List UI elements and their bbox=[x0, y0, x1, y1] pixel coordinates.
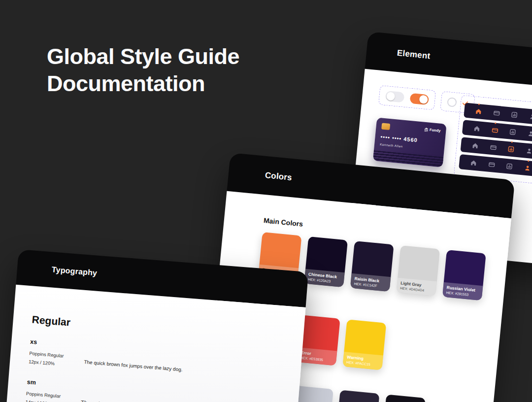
color-swatch: Light Gray HEX: #D4D4D4 bbox=[396, 245, 440, 296]
wallet-icon[interactable] bbox=[492, 109, 500, 117]
card-brand-label: Fundy bbox=[430, 128, 441, 133]
typography-panel-title: Typography bbox=[51, 265, 98, 277]
toggle-on[interactable] bbox=[409, 93, 429, 105]
color-swatch: Chinese Black HEX: #120A23 bbox=[304, 236, 348, 287]
profile-icon[interactable] bbox=[527, 130, 532, 138]
wallet-icon[interactable] bbox=[491, 126, 499, 134]
color-swatch bbox=[382, 395, 426, 402]
radio-unchecked[interactable] bbox=[447, 97, 457, 107]
toggle-off[interactable] bbox=[385, 90, 405, 102]
type-style-block: xs Poppins Regular 12px / 120% The quick… bbox=[29, 338, 282, 385]
partial-colors-row bbox=[290, 386, 478, 402]
home-icon[interactable] bbox=[469, 159, 477, 167]
bank-icon bbox=[424, 127, 429, 132]
stats-icon[interactable] bbox=[507, 145, 515, 153]
card-chip bbox=[381, 123, 390, 130]
type-weight-heading: Regular bbox=[32, 314, 284, 345]
color-swatch: Russian Violet HEX: #291553 bbox=[442, 250, 486, 301]
stats-icon[interactable] bbox=[505, 162, 514, 170]
home-icon[interactable] bbox=[474, 107, 483, 115]
colors-panel-title: Colors bbox=[265, 170, 293, 183]
page-title-line2: Documentation bbox=[47, 70, 239, 98]
wallet-icon[interactable] bbox=[489, 143, 497, 152]
home-icon[interactable] bbox=[471, 141, 479, 150]
home-icon[interactable] bbox=[472, 124, 481, 133]
toggle-knob bbox=[419, 95, 429, 104]
card-stripes bbox=[373, 150, 443, 168]
wallet-icon[interactable] bbox=[487, 160, 496, 168]
status-colors-row: Error HEX: #E53935 Warning HEX: #FACC15 bbox=[297, 315, 485, 380]
color-swatch: Raisin Black HEX: #1C142F bbox=[350, 241, 394, 292]
stats-icon[interactable] bbox=[510, 110, 519, 119]
profile-icon[interactable] bbox=[525, 147, 532, 155]
credit-card-dark: Fundy •••• •••• 4560 Kenneth Allen bbox=[373, 117, 447, 167]
stats-icon[interactable] bbox=[508, 128, 517, 136]
type-sample: The quick brown fox jumps over the lazy … bbox=[84, 359, 183, 372]
typography-panel: Typography Regular xs Poppins Regular 12… bbox=[1, 249, 309, 402]
bottom-nav-specimens bbox=[454, 95, 532, 185]
page-title: Global Style Guide Documentation bbox=[47, 43, 239, 98]
element-panel-title: Element bbox=[397, 48, 431, 61]
color-swatch bbox=[336, 390, 380, 402]
profile-icon[interactable] bbox=[523, 164, 532, 172]
card-brand: Fundy bbox=[424, 127, 441, 133]
toggle-specimen-box bbox=[378, 85, 436, 110]
toggle-knob bbox=[386, 92, 396, 101]
profile-icon[interactable] bbox=[528, 112, 532, 121]
page-title-line1: Global Style Guide bbox=[47, 43, 239, 70]
color-swatch: Warning HEX: #FACC15 bbox=[342, 319, 386, 370]
type-sample: The quick brown fox jumps over the lazy … bbox=[81, 400, 195, 402]
